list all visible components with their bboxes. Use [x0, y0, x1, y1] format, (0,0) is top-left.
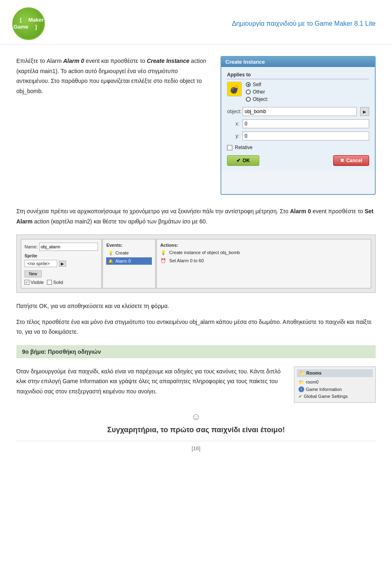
new-sprite-btn[interactable]: New	[24, 270, 42, 277]
browse-button[interactable]: ▶	[360, 107, 369, 116]
y-field-row: y:	[227, 132, 369, 141]
smiley-icon: ☺	[16, 411, 376, 422]
dialog-body: Applies to 💣 Self Other	[221, 67, 375, 171]
game-info-label: Game Information	[306, 387, 342, 392]
radio-dot-self	[246, 82, 251, 87]
action-alarm-icon: ⏰	[160, 257, 167, 264]
ok-checkmark-icon: ✔	[236, 158, 241, 163]
relative-label: Relative	[235, 145, 252, 150]
step9-label: 9ο βήμα: Προσθήκη οδηγιών	[22, 348, 101, 355]
y-field-input[interactable]	[243, 132, 369, 141]
step9-box: 9ο βήμα: Προσθήκη οδηγιών	[16, 345, 376, 358]
sprite-label: Sprite	[24, 253, 98, 258]
y-field-label: y:	[227, 133, 239, 139]
room-item-global-settings[interactable]: ✔ Global Game Settings	[297, 393, 373, 400]
applies-to-label: Applies to	[227, 72, 369, 79]
radio-self[interactable]: Self	[246, 82, 268, 87]
radio-dot-object	[246, 97, 251, 102]
rooms-header: 📁 Rooms	[297, 369, 373, 377]
alarm0-event-icon: 🔔	[108, 258, 114, 264]
action-create-icon: 💡	[160, 249, 167, 256]
room0-label: room0	[306, 380, 318, 384]
create-event-label: Create	[115, 250, 129, 255]
sprite-box: <no sprite> ▶	[24, 260, 98, 267]
para3-text: Πατήστε ΟΚ, για να αποθηκεύσετε και να κ…	[16, 301, 376, 311]
object-field-input[interactable]	[243, 107, 357, 116]
visible-label: Visible	[31, 280, 44, 285]
radio-other[interactable]: Other	[246, 89, 268, 95]
create-instance-dialog: Create Instance Applies to 💣 Self Other	[220, 56, 376, 195]
action-set-alarm: ⏰ Set Alarm 0 to 60	[160, 257, 368, 264]
cancel-x-icon: ✖	[340, 158, 344, 163]
rooms-section: Όταν δημιουργούμε ένα παιχνίδι, καλό είν…	[16, 366, 376, 403]
radio-group: Self Other Object:	[246, 82, 268, 102]
intro-text: Επιλέξτε το Alarm Alarm 0 event και προσ…	[16, 56, 211, 195]
events-panel: Events: 💡 Create 🔔 Alarm 0	[102, 239, 156, 288]
event-create[interactable]: 💡 Create	[106, 249, 152, 257]
dialog-titlebar: Create Instance	[221, 57, 375, 67]
global-settings-label: Global Game Settings	[304, 394, 348, 399]
relative-checkbox[interactable]	[227, 145, 232, 150]
room-item-game-info[interactable]: i Game Information	[297, 386, 373, 393]
create-instance-bold: Create Instance	[147, 58, 189, 64]
x-field-input[interactable]	[243, 119, 369, 128]
sprite-display: <no sprite>	[24, 260, 57, 267]
set-alarm-bold: Set Alarm	[16, 208, 374, 225]
page-number: [16]	[16, 441, 376, 451]
cancel-button[interactable]: ✖ Cancel	[333, 155, 369, 166]
name-row: Name:	[24, 243, 98, 251]
room-item-room0[interactable]: 📁 room0	[297, 379, 373, 386]
congrats-text: Συγχαρητήρια, το πρώτο σας παιχνίδι είνα…	[16, 426, 376, 434]
game-info-bold: Game Information	[62, 378, 108, 384]
sprite-browse-btn[interactable]: ▶	[59, 261, 66, 267]
radio-dot-other	[246, 89, 251, 94]
radio-object[interactable]: Object:	[246, 96, 268, 102]
rooms-folder-icon: 📁	[299, 371, 305, 375]
rooms-panel: 📁 Rooms 📁 room0 i Game Information ✔ Glo…	[294, 366, 376, 403]
main-content: Επιλέξτε το Alarm Alarm 0 event και προσ…	[0, 45, 392, 466]
events-label: Events:	[106, 243, 152, 248]
object-field-row: object: ▶	[227, 107, 369, 116]
actions-label: Actions:	[160, 243, 368, 248]
solid-label: Solid	[53, 280, 63, 285]
visible-checkbox-item[interactable]: ✓ Visible	[24, 280, 44, 285]
alarm0-event-label: Alarm 0	[115, 259, 131, 263]
para2-text: Στη συνέχεια πρέπει να αρχικοποιήσουμε τ…	[16, 206, 376, 226]
rooms-header-label: Rooms	[306, 371, 321, 375]
checkbox-row: ✓ Visible Solid	[24, 280, 98, 285]
alarm-editor-screenshot: Name: Sprite <no sprite> ▶ New ✓ Visible	[16, 234, 376, 293]
action-alarm-text: Set Alarm 0 to 60	[169, 258, 203, 263]
actions-panel: Actions: 💡 Create instance of object obj…	[156, 239, 371, 288]
action-create-instance: 💡 Create instance of object obj_bomb	[160, 249, 368, 256]
x-field-row: x:	[227, 119, 369, 128]
room0-folder-icon: 📁	[298, 380, 304, 385]
name-input[interactable]	[39, 243, 98, 251]
event-alarm0[interactable]: 🔔 Alarm 0	[106, 257, 152, 265]
logo: [ Game Maker ]	[12, 7, 45, 40]
object-field-label: object:	[227, 109, 239, 114]
relative-row: Relative	[227, 145, 369, 150]
alarm-bold: Alarm 0	[63, 58, 84, 64]
action-create-text: Create instance of object obj_bomb	[169, 250, 240, 255]
page-title: Δημιουργία παιχνιδιού με το Game Maker 8…	[232, 20, 376, 27]
para4-text: Στο τέλος προσθέστε ένα και μόνο ένα στι…	[16, 317, 376, 337]
solid-checkbox	[47, 280, 52, 285]
name-panel: Name: Sprite <no sprite> ▶ New ✓ Visible	[21, 239, 102, 288]
rooms-text: Όταν δημιουργούμε ένα παιχνίδι, καλό είν…	[16, 366, 286, 403]
applies-icon: 💣	[227, 82, 242, 96]
alarm0-bold: Alarm 0	[290, 208, 311, 214]
applies-to-section: 💣 Self Other Object:	[227, 82, 369, 102]
name-label: Name:	[24, 244, 38, 249]
visible-checkbox: ✓	[24, 280, 29, 285]
section-create-instance: Επιλέξτε το Alarm Alarm 0 event και προσ…	[16, 56, 376, 195]
page-header: [ Game Maker ] Δημιουργία παιχνιδιού με …	[0, 0, 392, 45]
dialog-buttons: ✔ OK ✖ Cancel	[227, 155, 369, 166]
global-settings-icon: ✔	[298, 394, 302, 399]
game-info-icon: i	[298, 386, 304, 392]
solid-checkbox-item[interactable]: Solid	[47, 280, 63, 285]
ok-button[interactable]: ✔ OK	[227, 155, 259, 166]
x-field-label: x:	[227, 121, 239, 127]
create-event-icon: 💡	[108, 250, 114, 256]
sprite-section: Sprite <no sprite> ▶ New	[24, 253, 98, 277]
